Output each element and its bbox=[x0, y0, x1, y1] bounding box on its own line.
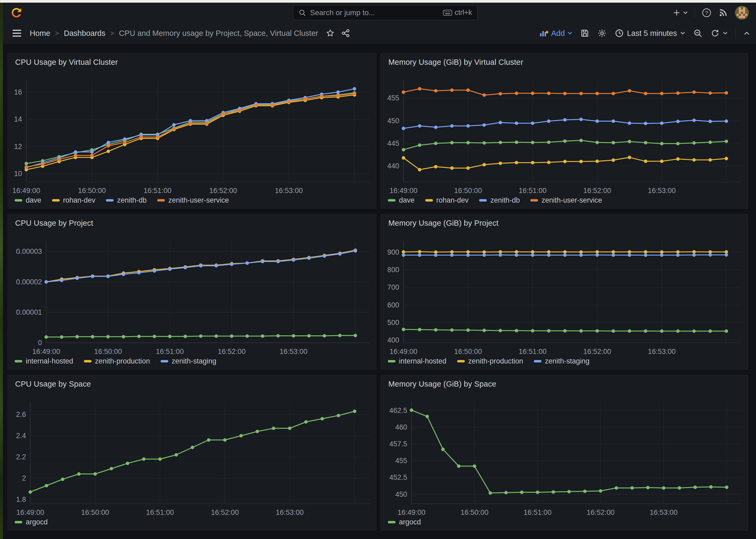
top-nav: Search or jump to... ctrl+k bbox=[3, 3, 756, 23]
legend-item-rohan-dev[interactable]: rohan-dev bbox=[425, 196, 469, 204]
svg-text:16:49:00: 16:49:00 bbox=[397, 508, 425, 516]
legend-swatch bbox=[106, 199, 113, 201]
refresh-button[interactable] bbox=[711, 29, 727, 38]
share-button[interactable] bbox=[341, 29, 350, 38]
svg-text:700: 700 bbox=[387, 283, 399, 291]
svg-text:16:53:00: 16:53:00 bbox=[276, 508, 304, 516]
legend-item-zenith-staging[interactable]: zenith-staging bbox=[534, 357, 589, 365]
svg-text:460: 460 bbox=[395, 423, 407, 431]
chevron-down-icon bbox=[723, 32, 727, 35]
zoom-out-button[interactable] bbox=[693, 29, 703, 38]
legend-label: argocd bbox=[26, 518, 48, 526]
svg-text:0.00002: 0.00002 bbox=[16, 278, 42, 286]
legend-label: rohan-dev bbox=[63, 196, 96, 204]
legend-swatch bbox=[388, 360, 395, 362]
grafana-logo-icon[interactable] bbox=[10, 7, 23, 19]
time-series-chart[interactable]: 44044545045516:49:0016:50:0016:51:0016:5… bbox=[381, 53, 748, 208]
legend-item-internal-hosted[interactable]: internal-hosted bbox=[15, 357, 73, 365]
svg-text:0: 0 bbox=[38, 339, 42, 347]
menu-button[interactable] bbox=[13, 30, 21, 37]
legend-item-argocd[interactable]: argocd bbox=[388, 518, 421, 526]
time-series-chart[interactable]: 00.000010.000020.0000316:49:0016:50:0016… bbox=[8, 214, 376, 369]
divider bbox=[735, 28, 736, 38]
legend-item-internal-hosted[interactable]: internal-hosted bbox=[388, 357, 447, 365]
svg-text:462.5: 462.5 bbox=[389, 407, 407, 415]
svg-text:2.2: 2.2 bbox=[16, 453, 26, 461]
legend-swatch bbox=[530, 199, 538, 201]
legend-item-zenith-staging[interactable]: zenith-staging bbox=[161, 357, 216, 365]
breadcrumb-current: CPU and Memory usage by Project, Space, … bbox=[119, 29, 318, 38]
svg-text:16:49:00: 16:49:00 bbox=[12, 187, 40, 194]
legend-label: dave bbox=[399, 196, 415, 204]
svg-text:16:52:00: 16:52:00 bbox=[583, 347, 611, 355]
legend-swatch bbox=[52, 199, 60, 201]
breadcrumb-dashboards[interactable]: Dashboards bbox=[64, 29, 105, 38]
time-range-label: Last 5 minutes bbox=[627, 29, 677, 38]
legend-swatch bbox=[15, 199, 22, 201]
add-panel-button[interactable]: Add bbox=[539, 29, 572, 38]
dashboard-settings-button[interactable] bbox=[597, 29, 607, 38]
legend-label: zenith-user-service bbox=[541, 196, 602, 204]
time-range-picker[interactable]: Last 5 minutes bbox=[615, 29, 685, 38]
legend-item-zenith-user-service[interactable]: zenith-user-service bbox=[157, 196, 229, 204]
help-button[interactable]: ? bbox=[702, 8, 712, 18]
legend-item-argocd[interactable]: argocd bbox=[15, 518, 48, 526]
panel-memory-by-project: Memory Usage (GiB) by Project 4005006007… bbox=[381, 214, 748, 370]
legend-label: zenith-staging bbox=[172, 357, 216, 365]
svg-text:800: 800 bbox=[387, 266, 399, 274]
refresh-icon bbox=[711, 29, 720, 38]
favorite-button[interactable] bbox=[326, 29, 335, 38]
legend-item-dave[interactable]: dave bbox=[15, 196, 41, 204]
legend-item-zenith-production[interactable]: zenith-production bbox=[457, 357, 523, 365]
search-input[interactable]: Search or jump to... ctrl+k bbox=[293, 5, 478, 20]
svg-text:0.00001: 0.00001 bbox=[16, 308, 42, 316]
svg-text:16:49:00: 16:49:00 bbox=[16, 508, 44, 516]
legend-label: zenith-user-service bbox=[168, 196, 229, 204]
time-series-chart[interactable]: 1.822.22.42.616:49:0016:50:0016:51:0016:… bbox=[8, 375, 376, 530]
collapse-toolbar-button[interactable] bbox=[744, 31, 750, 35]
legend-swatch bbox=[388, 521, 395, 523]
chevron-down-icon bbox=[680, 32, 685, 35]
time-series-chart[interactable]: 1012141616:49:0016:50:0016:51:0016:52:00… bbox=[8, 53, 376, 208]
svg-text:16:50:00: 16:50:00 bbox=[78, 187, 106, 194]
svg-text:16:52:00: 16:52:00 bbox=[218, 347, 245, 355]
legend-item-zenith-db[interactable]: zenith-db bbox=[106, 196, 147, 204]
chevron-down-icon bbox=[568, 32, 572, 35]
avatar[interactable] bbox=[735, 6, 749, 20]
svg-text:445: 445 bbox=[387, 139, 399, 147]
news-button[interactable] bbox=[718, 8, 728, 18]
svg-text:16:53:00: 16:53:00 bbox=[648, 347, 676, 355]
dashboard-toolbar: Home > Dashboards > CPU and Memory usage… bbox=[3, 23, 756, 44]
save-button[interactable] bbox=[580, 29, 589, 38]
legend-item-dave[interactable]: dave bbox=[388, 196, 415, 204]
legend-item-zenith-user-service[interactable]: zenith-user-service bbox=[530, 196, 602, 204]
svg-text:10: 10 bbox=[14, 170, 22, 178]
time-series-chart[interactable]: 40050060070080090016:49:0016:50:0016:51:… bbox=[381, 214, 748, 369]
legend-item-zenith-production[interactable]: zenith-production bbox=[84, 357, 150, 365]
breadcrumb-home[interactable]: Home bbox=[30, 29, 50, 38]
legend-label: dave bbox=[26, 196, 41, 204]
legend: daverohan-devzenith-dbzenith-user-servic… bbox=[15, 196, 229, 204]
add-panel-icon bbox=[539, 29, 548, 38]
svg-text:?: ? bbox=[705, 10, 708, 16]
panel-cpu-by-project: CPU Usage by Project 00.000010.000020.00… bbox=[7, 214, 377, 370]
svg-text:16:53:00: 16:53:00 bbox=[275, 187, 303, 194]
legend-swatch bbox=[15, 521, 22, 523]
svg-text:16:50:00: 16:50:00 bbox=[460, 508, 488, 516]
legend-item-rohan-dev[interactable]: rohan-dev bbox=[52, 196, 96, 204]
svg-text:457.5: 457.5 bbox=[389, 440, 407, 448]
svg-text:455: 455 bbox=[387, 94, 399, 102]
time-series-chart[interactable]: 450452.5455457.5460462.516:49:0016:50:00… bbox=[381, 375, 748, 530]
legend-swatch bbox=[425, 199, 433, 201]
search-placeholder: Search or jump to... bbox=[310, 9, 375, 17]
legend-label: argocd bbox=[399, 518, 421, 526]
panel-cpu-by-space: CPU Usage by Space 1.822.22.42.616:49:00… bbox=[7, 375, 377, 530]
svg-text:16:51:00: 16:51:00 bbox=[156, 347, 184, 355]
chevron-up-icon bbox=[744, 31, 750, 35]
new-menu-button[interactable] bbox=[672, 9, 688, 17]
svg-text:16:51:00: 16:51:00 bbox=[519, 347, 547, 355]
svg-text:400: 400 bbox=[387, 336, 399, 344]
svg-text:0.00003: 0.00003 bbox=[16, 248, 42, 256]
legend-item-zenith-db[interactable]: zenith-db bbox=[479, 196, 520, 204]
breadcrumb-separator: > bbox=[55, 29, 59, 38]
